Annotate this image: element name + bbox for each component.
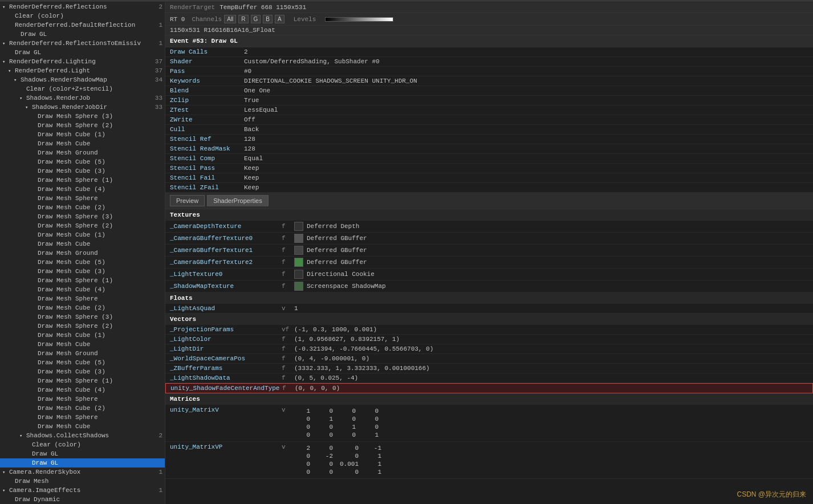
tree-item-count: 33 xyxy=(155,104,165,111)
tree-item[interactable]: Draw Mesh Sphere (1) xyxy=(0,176,165,185)
texture-thumb[interactable] xyxy=(294,258,303,267)
tree-item[interactable]: Draw Mesh Cube (3) xyxy=(0,166,165,176)
property-key: Pass xyxy=(165,67,239,76)
texture-row: _CameraGBufferTexture0fDeferred GBuffer xyxy=(165,233,813,245)
tree-item[interactable]: Draw Mesh Cube (2) xyxy=(0,404,165,413)
tree-item[interactable]: ▾Shadows.CollectShadows2 xyxy=(0,431,165,440)
vector-row: _WorldSpaceCameraPosf(0, 4, -9.000001, 0… xyxy=(165,354,813,364)
channel-b[interactable]: B xyxy=(263,15,273,23)
tree-item[interactable]: ▾RenderDeferred.Lighting37 xyxy=(0,57,165,66)
tree-item[interactable]: ▾RenderDeferred.Light37 xyxy=(0,66,165,75)
tree-item[interactable]: Clear (color) xyxy=(0,440,165,449)
tree-item[interactable]: ▾Camera.RenderSkybox1 xyxy=(0,468,165,477)
tree-item[interactable]: Draw Dynamic xyxy=(0,495,165,504)
tree-item[interactable]: Draw Mesh Cube (4) xyxy=(0,385,165,395)
tree-item[interactable]: Draw Mesh Sphere (3) xyxy=(0,112,165,121)
tree-item[interactable]: Draw GL xyxy=(0,458,165,468)
tree-item[interactable]: ▾Shadows.RenderJob33 xyxy=(0,94,165,103)
float-type: v xyxy=(282,305,291,312)
tree-item[interactable]: Draw Mesh Sphere (3) xyxy=(0,212,165,221)
vector-value: (0, 5, 0.025, -4) xyxy=(294,375,358,381)
tree-item[interactable]: Draw Mesh Cube (5) xyxy=(0,157,165,166)
tree-item[interactable]: Draw Mesh Sphere (1) xyxy=(0,276,165,285)
texture-label: Deferred GBuffer xyxy=(307,259,367,266)
channel-a[interactable]: A xyxy=(275,15,284,23)
texture-label: Screenspace ShadowMap xyxy=(307,283,386,290)
texture-thumb[interactable] xyxy=(294,246,303,255)
tree-item[interactable]: RenderDeferred.DefaultReflection1 xyxy=(0,21,165,30)
tree-item[interactable]: Draw Mesh Cube (3) xyxy=(0,267,165,276)
tree-item[interactable]: Draw GL xyxy=(0,48,165,57)
tree-item[interactable]: Draw Mesh Cube (1) xyxy=(0,331,165,340)
tree-item-label: RenderDeferred.Lighting xyxy=(9,58,153,65)
tree-item[interactable]: Draw Mesh Cube (5) xyxy=(0,258,165,267)
tree-item-label: Shadows.RenderJobDir xyxy=(32,104,153,111)
tree-item[interactable]: Draw Mesh Cube (1) xyxy=(0,230,165,239)
tree-item[interactable]: Clear (color) xyxy=(0,11,165,21)
texture-label: Deferred Depth xyxy=(307,223,359,230)
tab-shader-properties[interactable]: ShaderProperties xyxy=(207,195,269,206)
tab-preview[interactable]: Preview xyxy=(170,195,205,206)
channel-g[interactable]: G xyxy=(251,15,261,23)
texture-thumb[interactable] xyxy=(294,282,303,291)
tree-item[interactable]: Draw Mesh Sphere (1) xyxy=(0,376,165,385)
tree-item[interactable]: Draw Mesh Cube xyxy=(0,139,165,148)
tree-item[interactable]: Draw Mesh Sphere (2) xyxy=(0,221,165,230)
matrix-row: unity_MatrixVv1000010000100001 xyxy=(165,405,813,442)
tree-item[interactable]: Clear (color+Z+stencil) xyxy=(0,84,165,94)
vector-type: f xyxy=(282,336,291,343)
tree-item[interactable]: Draw Mesh Cube (3) xyxy=(0,367,165,376)
render-target-value: TempBuffer 668 1150x531 xyxy=(219,4,306,11)
texture-thumb[interactable] xyxy=(294,270,303,279)
matrices-list: unity_MatrixVv1000010000100001unity_Matr… xyxy=(165,405,813,479)
tree-item[interactable]: Draw Mesh xyxy=(0,477,165,486)
tree-item[interactable]: ▾Camera.ImageEffects1 xyxy=(0,486,165,495)
tree-item[interactable]: Draw Mesh Cube (4) xyxy=(0,285,165,294)
tree-item[interactable]: Draw Mesh Sphere (3) xyxy=(0,312,165,322)
tree-item[interactable]: Draw Mesh Sphere (2) xyxy=(0,121,165,130)
vector-value: (0, 0, 0, 0) xyxy=(295,385,340,392)
texture-type: f xyxy=(282,247,291,254)
property-key: ZWrite xyxy=(165,115,239,125)
tree-item-label: Draw Mesh Cube (4) xyxy=(38,186,165,193)
levels-bar[interactable] xyxy=(325,17,393,22)
vector-name: _LightShadowData xyxy=(170,375,278,381)
tree-item-label: Draw Mesh Cube xyxy=(38,140,165,147)
tree-item[interactable]: ▾Shadows.RenderJobDir33 xyxy=(0,103,165,112)
tree-item[interactable]: Draw Mesh Sphere xyxy=(0,413,165,422)
tree-item-label: Draw Mesh Cube (5) xyxy=(38,158,165,165)
tree-item[interactable]: Draw Mesh Sphere xyxy=(0,194,165,203)
tree-item-label: Draw Mesh Cube (3) xyxy=(38,368,165,375)
property-key: ZClip xyxy=(165,96,239,105)
tree-item[interactable]: Draw GL xyxy=(0,449,165,458)
channel-r[interactable]: R xyxy=(238,15,248,23)
tree-item[interactable]: Draw Mesh Cube (4) xyxy=(0,185,165,194)
channel-all[interactable]: All xyxy=(224,15,236,23)
texture-thumb[interactable] xyxy=(294,222,303,231)
tree-item[interactable]: Draw Mesh Cube xyxy=(0,239,165,249)
tree-item[interactable]: ▾RenderDeferred.Reflections2 xyxy=(0,2,165,11)
tree-item[interactable]: Draw Mesh Cube (5) xyxy=(0,358,165,367)
tree-item[interactable]: Draw Mesh Cube (1) xyxy=(0,130,165,139)
tree-item[interactable]: Draw Mesh Cube (2) xyxy=(0,203,165,212)
tree-item[interactable]: ▾RenderDeferred.ReflectionsToEmissiv1 xyxy=(0,39,165,48)
tree-item[interactable]: Draw Mesh Ground xyxy=(0,249,165,258)
tree-item[interactable]: Draw Mesh Ground xyxy=(0,349,165,358)
tree-item[interactable]: Draw Mesh Sphere xyxy=(0,395,165,404)
tree-item[interactable]: Draw Mesh Ground xyxy=(0,148,165,157)
tree-item[interactable]: Draw Mesh Cube xyxy=(0,340,165,349)
vector-type: f xyxy=(282,346,291,352)
vector-name: _WorldSpaceCameraPos xyxy=(170,355,278,362)
tree-item-label: Draw Mesh Ground xyxy=(38,250,165,257)
tree-item[interactable]: Draw GL xyxy=(0,30,165,39)
tree-item-label: Shadows.RenderJob xyxy=(26,95,153,101)
matrix-type: v xyxy=(282,406,291,413)
tree-item-label: Draw GL xyxy=(32,460,165,466)
tree-item[interactable]: Draw Mesh Sphere xyxy=(0,294,165,303)
tree-item[interactable]: Draw Mesh Cube (2) xyxy=(0,303,165,312)
tree-item[interactable]: Draw Mesh Cube xyxy=(0,422,165,431)
tree-item[interactable]: Draw Mesh Sphere (2) xyxy=(0,322,165,331)
property-row: Draw Calls2 xyxy=(165,47,813,57)
texture-thumb[interactable] xyxy=(294,234,303,243)
tree-item[interactable]: ▾Shadows.RenderShadowMap34 xyxy=(0,75,165,84)
